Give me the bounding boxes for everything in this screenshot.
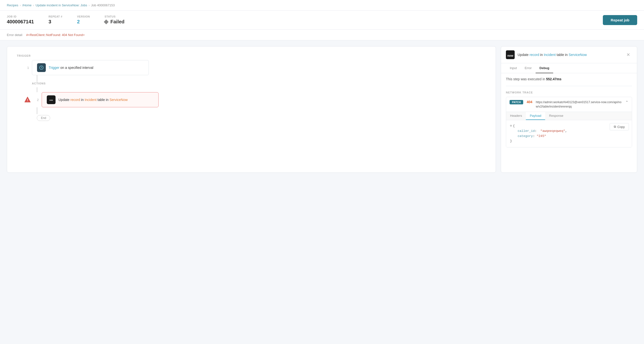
status-label: STATUS	[104, 15, 124, 18]
breadcrumb-home[interactable]: /Home	[22, 3, 32, 7]
circle-minus-icon: ⊖	[510, 124, 512, 128]
copy-icon: ⧉	[614, 125, 616, 129]
detail-servicenow-link[interactable]: ServiceNow	[568, 53, 587, 57]
step-number-2: 2	[34, 98, 39, 102]
breadcrumb-sep-2: ›	[33, 3, 34, 7]
status-section: STATUS Failed	[104, 15, 124, 24]
trace-tab-response[interactable]: Response	[545, 112, 567, 120]
breadcrumb-current: Job 4000067153	[91, 3, 115, 7]
patch-badge: PATCH	[510, 100, 523, 104]
status-value: Failed	[104, 19, 124, 24]
status-404: 404	[526, 100, 532, 104]
connector-arrow	[37, 87, 37, 92]
error-detail-label: Error detail	[7, 33, 22, 37]
execution-time-text: This step was executed in 552.47ms	[506, 77, 632, 81]
detail-tabs: Input Error Debug	[501, 63, 637, 73]
breadcrumb-recipes[interactable]: Recipes	[7, 3, 18, 7]
trigger-section-label: TRIGGER	[17, 54, 486, 57]
chevron-up-icon: ⌃	[625, 100, 628, 105]
flow-steps: 1 Trigger on a specified interval	[17, 60, 486, 121]
servicenow-icon: now	[47, 95, 56, 104]
trace-tab-payload[interactable]: Payload	[526, 112, 545, 120]
trace-tabs: Headers Payload Response	[506, 112, 632, 120]
breadcrumb-recipe-name[interactable]: Update incident in ServiceNow: Jobs	[36, 3, 87, 7]
step-2-text: Update record in Incident table in Servi…	[58, 98, 128, 102]
version-label: VERSION	[77, 15, 90, 18]
step-card-1[interactable]: Trigger on a specified interval	[32, 60, 149, 75]
trigger-link[interactable]: Trigger	[49, 66, 60, 70]
detail-record-link[interactable]: record	[530, 53, 539, 57]
job-id-value: 4000067141	[7, 19, 34, 24]
connector-1	[37, 75, 37, 82]
record-link[interactable]: record	[70, 98, 80, 102]
status-text: Failed	[110, 19, 124, 24]
error-badge-icon: !	[24, 96, 31, 103]
step-row-2: ! 2 now Update record in Incident table …	[24, 92, 158, 107]
breadcrumb-sep-1: ›	[20, 3, 21, 7]
copy-label: Copy	[618, 125, 625, 129]
detail-body: This step was executed in 552.47ms NETWO…	[501, 73, 637, 151]
execution-time-value: 552.47ms	[546, 77, 562, 81]
trace-row: PATCH 404 https://admin:workato%40123@ve…	[506, 97, 632, 148]
tab-debug[interactable]: Debug	[536, 63, 553, 73]
flow-panel: TRIGGER 1 Trigger on a specified interva…	[7, 46, 496, 173]
divider-1	[506, 86, 632, 86]
trace-url: https://admin:workato%40123@ven01517.ser…	[536, 100, 622, 109]
detail-header: now Update record in Incident table in S…	[501, 46, 637, 63]
step-number-1: 1	[24, 66, 29, 70]
svg-text:now: now	[50, 99, 53, 101]
trigger-icon	[37, 63, 46, 72]
end-node: End	[37, 115, 50, 121]
step-1-text: Trigger on a specified interval	[49, 66, 93, 70]
detail-header-text: Update record in Incident table in Servi…	[518, 53, 622, 57]
trace-header[interactable]: PATCH 404 https://admin:workato%40123@ve…	[506, 97, 632, 112]
close-button[interactable]: ✕	[624, 51, 632, 58]
step-row-1: 1 Trigger on a specified interval	[24, 60, 149, 75]
tab-input[interactable]: Input	[506, 63, 521, 73]
connector-2	[37, 107, 37, 114]
detail-panel: now Update record in Incident table in S…	[501, 46, 637, 173]
trace-content: ⊖{ caller_id: "awqeeqeqweq", category: "…	[506, 120, 632, 147]
step-card-2[interactable]: now Update record in Incident table in S…	[42, 92, 158, 107]
trace-tab-headers[interactable]: Headers	[506, 112, 526, 120]
job-meta-bar: JOB ID 4000067141 REPEAT # 3 VERSION 2 S…	[0, 11, 644, 30]
network-trace-label: NETWORK TRACE	[506, 91, 632, 94]
job-id-label: JOB ID	[7, 15, 34, 18]
job-id-section: JOB ID 4000067141	[7, 15, 34, 24]
detail-incident-link[interactable]: Incident	[544, 53, 556, 57]
copy-button[interactable]: ⧉ Copy	[610, 123, 629, 130]
repeat-section: REPEAT # 3	[48, 15, 62, 24]
repeat-value: 3	[48, 19, 62, 24]
actions-section-label: ACTIONS	[32, 82, 46, 85]
main-content: TRIGGER 1 Trigger on a specified interva…	[0, 40, 644, 178]
repeat-job-button[interactable]: Repeat job	[603, 15, 637, 25]
svg-text:!: !	[27, 98, 28, 102]
incident-link[interactable]: Incident	[84, 98, 96, 102]
error-detail-bar: Error detail #<RestClient::NotFound: 404…	[0, 30, 644, 40]
error-detail-link[interactable]: #<RestClient::NotFound: 404 Not Found>	[26, 33, 85, 37]
repeat-label: REPEAT #	[48, 15, 62, 18]
version-value: 2	[77, 19, 90, 24]
servicenow-link[interactable]: ServiceNow	[109, 98, 128, 102]
breadcrumb-sep-3: ›	[89, 3, 90, 7]
svg-text:now: now	[507, 54, 514, 57]
status-diamond-icon	[104, 19, 109, 24]
version-section: VERSION 2	[77, 15, 90, 24]
tab-error[interactable]: Error	[521, 63, 536, 73]
breadcrumb: Recipes › /Home › Update incident in Ser…	[0, 0, 644, 11]
detail-now-logo: now	[506, 50, 515, 59]
